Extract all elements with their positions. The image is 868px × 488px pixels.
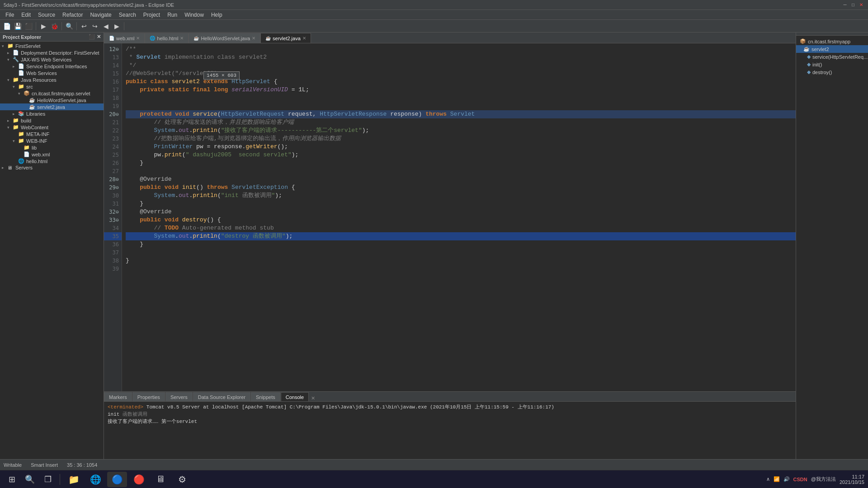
outline-item-init[interactable]: ◆ init() [796, 61, 868, 68]
tree-label: build [21, 118, 31, 123]
tab-properties[interactable]: Properties [132, 392, 165, 401]
tree-item-jax-ws[interactable]: ▾ 🔧 JAX-WS Web Services [0, 56, 104, 63]
maximize-button[interactable]: □ [850, 2, 856, 8]
tree-item-webinf[interactable]: ▾ 📁 WEB-INF [0, 137, 104, 144]
panel-close-icon[interactable]: ✕ [97, 34, 101, 40]
tab-close-webxml[interactable]: ✕ [136, 36, 140, 41]
tree-item-servers[interactable]: ▸ 🖥 Servers [0, 164, 104, 171]
menu-navigate[interactable]: Navigate [86, 11, 115, 19]
taskbar-app-settings[interactable]: ⚙ [172, 472, 192, 487]
tree-item-hellowordservlet[interactable]: ☕ HelloWordServlet.java [0, 97, 104, 103]
outline-item-servlet2[interactable]: ☕ servlet2 [796, 45, 868, 53]
tree-label: Java Resources [21, 77, 57, 83]
editor-and-right: Project Explorer ⬛ ✕ ▾ 📁 FirstServlet ▸ … [0, 33, 868, 459]
toolbar-undo[interactable]: ↩ [79, 21, 89, 31]
tree-item-webxml[interactable]: 📄 web.xml [0, 151, 104, 158]
outline-tree: 📦 cn.itcast.firstmyapp ☕ servlet2 ◆ serv… [796, 36, 868, 78]
menu-help[interactable]: Help [208, 11, 226, 19]
tree-item-src[interactable]: ▾ 📁 src [0, 83, 104, 90]
line-num: 23 [104, 135, 122, 143]
panel-minimize-icon[interactable]: ⬛ [89, 34, 95, 40]
tree-item-servlet2[interactable]: ☕ servlet2.java [0, 103, 104, 110]
tab-servlet2[interactable]: ☕ servlet2.java ✕ [260, 33, 311, 43]
windows-taskbar: ⊞ 🔍 ❐ 📁 🌐 🔵 🔴 🖥 ⚙ ∧ 📶 🔊 CSDN @我方法法 11:17… [0, 470, 868, 488]
toolbar-redo[interactable]: ↪ [90, 21, 100, 31]
outline-item-service[interactable]: ◆ service(HttpServletReq... [796, 53, 868, 61]
tree-item-firstservlet[interactable]: ▾ 📁 FirstServlet [0, 42, 104, 49]
java-file-icon: ☕ [29, 104, 36, 110]
taskbar-app-terminal[interactable]: 🖥 [151, 472, 170, 487]
code-editor[interactable]: 1455 × 603 12⊖ 13 14 15 16 17 18 19 20⊖ … [104, 43, 796, 391]
lib-icon: 📁 [24, 145, 31, 150]
menu-file[interactable]: File [2, 11, 18, 19]
menu-search[interactable]: Search [115, 11, 140, 19]
tab-web-xml[interactable]: 📄 web.xml ✕ [104, 33, 145, 43]
toolbar-run[interactable]: ▶ [38, 21, 48, 31]
toolbar-save-all[interactable]: ⬛ [24, 21, 33, 31]
code-line: System.out.println("init 函数被调用"); [126, 192, 796, 200]
tree-item-java-resources[interactable]: ▾ 📁 Java Resources [0, 76, 104, 83]
menu-refactor[interactable]: Refactor [59, 11, 86, 19]
tab-close-servlet2[interactable]: ✕ [302, 36, 306, 41]
tree-item-lib[interactable]: 📁 lib [0, 144, 104, 151]
taskbar-app-eclipse[interactable]: 🔵 [107, 472, 127, 487]
toolbar-search[interactable]: 🔍 [64, 21, 74, 31]
taskbar-app-file-explorer[interactable]: 📁 [64, 472, 84, 487]
outline-item-package[interactable]: 📦 cn.itcast.firstmyapp [796, 38, 868, 45]
tab-markers[interactable]: Markers [104, 392, 132, 401]
tree-item-deployment-descriptor[interactable]: ▸ 📄 Deployment Descriptor: FirstServlet [0, 49, 104, 56]
menu-window[interactable]: Window [181, 11, 208, 19]
outline-label: init() [812, 62, 822, 67]
tab-datasource[interactable]: Data Source Explorer [193, 392, 250, 401]
line-num: 26 [104, 159, 122, 167]
toolbar-debug[interactable]: 🐞 [49, 21, 59, 31]
tab-close-helloword[interactable]: ✕ [252, 36, 255, 41]
menu-edit[interactable]: Edit [18, 11, 34, 19]
tree-item-metainf[interactable]: 📁 META-INF [0, 131, 104, 137]
close-button[interactable]: ✕ [858, 2, 864, 8]
tab-console[interactable]: Console [281, 392, 309, 401]
menu-source[interactable]: Source [34, 11, 59, 19]
tree-label: Deployment Descriptor: FirstServlet [21, 50, 99, 56]
tree-item-web-services[interactable]: 📄 Web Services [0, 70, 104, 76]
tree-item-webcontent[interactable]: ▾ 📁 WebContent [0, 124, 104, 131]
tab-close-hello[interactable]: ✕ [180, 36, 184, 41]
code-line: PrintWriter pw = response.getWriter(); [126, 143, 796, 151]
tree-item-package[interactable]: ▾ 📦 cn.itcast.firstmyapp.servlet [0, 90, 104, 97]
task-view-button[interactable]: ❐ [40, 471, 56, 488]
console-line: <terminated> Tomcat v8.5 Server at local… [108, 404, 792, 411]
menu-run[interactable]: Run [164, 11, 181, 19]
outline-panel: 📦 cn.itcast.firstmyapp ☕ servlet2 ◆ serv… [796, 33, 868, 459]
tab-hellowordservlet[interactable]: ☕ HelloWordServlet.java ✕ [189, 33, 260, 43]
minimize-button[interactable]: ─ [842, 2, 848, 8]
clock: 11:17 2021/10/15 [840, 474, 864, 485]
line-num: 32⊖ [104, 208, 122, 216]
tree-item-build[interactable]: ▸ 📁 build [0, 117, 104, 124]
code-content[interactable]: /** * Servlet implementation class servl… [122, 43, 796, 391]
tree-item-hello-html[interactable]: 🌐 hello.html [0, 158, 104, 164]
tab-hello-html[interactable]: 🌐 hello.html ✕ [145, 33, 189, 43]
start-button[interactable]: ⊞ [4, 471, 20, 488]
project-tree[interactable]: ▾ 📁 FirstServlet ▸ 📄 Deployment Descript… [0, 42, 104, 459]
code-line: System.out.println("接收了客户端的请求-----------… [126, 127, 796, 135]
menu-project[interactable]: Project [140, 11, 164, 19]
bottom-tabs: Markers Properties Servers Data Source E… [104, 392, 796, 402]
expand-arrow: ▸ [7, 51, 13, 55]
tab-servers[interactable]: Servers [165, 392, 193, 401]
toolbar-prev[interactable]: ◀ [101, 21, 111, 31]
toolbar-new[interactable]: 📄 [2, 21, 12, 31]
toolbar-next[interactable]: ▶ [112, 21, 122, 31]
tree-item-libraries[interactable]: ▸ 📚 Libraries [0, 110, 104, 117]
package-icon: 📦 [24, 90, 31, 96]
taskbar-app-edge[interactable]: 🌐 [85, 472, 105, 487]
tree-label: FirstServlet [15, 43, 41, 49]
tree-item-service-endpoints[interactable]: ▸ 📄 Service Endpoint Interfaces [0, 63, 104, 70]
tab-label: servlet2.java [273, 36, 301, 41]
outline-item-destroy[interactable]: ◆ destroy() [796, 68, 868, 76]
taskbar-app-chrome[interactable]: 🔴 [129, 472, 149, 487]
tab-snippets[interactable]: Snippets [251, 392, 280, 401]
toolbar-save[interactable]: 💾 [13, 21, 23, 31]
outline-label: cn.itcast.firstmyapp [808, 39, 850, 44]
search-button[interactable]: 🔍 [22, 471, 38, 488]
bottom-panel: Markers Properties Servers Data Source E… [104, 391, 796, 459]
